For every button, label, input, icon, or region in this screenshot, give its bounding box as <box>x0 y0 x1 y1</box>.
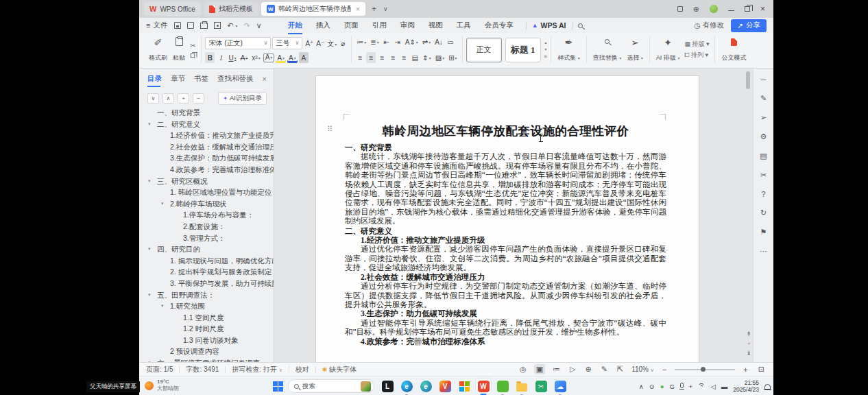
start-button[interactable] <box>273 381 283 392</box>
toc-item[interactable]: ▾1.研究范围 <box>139 300 274 312</box>
format-painter-button[interactable]: ✐ 格式刷 <box>146 35 170 64</box>
avatar[interactable] <box>710 5 718 13</box>
official-mode-button[interactable]: 公文模式 <box>719 35 749 64</box>
tray-folder-icon[interactable]: ▬ <box>721 383 728 390</box>
toc-collapse-arrow-icon[interactable]: ▾ <box>148 289 151 301</box>
tray-crosshair-icon[interactable]: + <box>689 383 693 390</box>
doc-heading[interactable]: 一、研究背景 <box>345 143 666 152</box>
image-tools-icon[interactable]: ▤ <box>760 152 767 160</box>
app-tab[interactable]: WWPS Office <box>144 2 201 16</box>
toc-item[interactable]: 1. 揭示现状与问题，明确优化方向 <box>139 255 274 267</box>
taskbar-clock[interactable]: 21:55 2025/4/23 <box>733 379 759 393</box>
style-gallery-more[interactable]: ≡ <box>544 53 548 60</box>
toc-item[interactable]: 1.停车场分布与容量： <box>139 209 274 221</box>
menu-tab-工具[interactable]: 工具 <box>450 19 478 32</box>
strikethrough-icon[interactable]: A▾ <box>239 52 250 63</box>
tray-green-icon[interactable]: ● <box>660 383 664 390</box>
select-button[interactable]: ➢ 选择 ▾ <box>624 35 646 64</box>
text-effects-icon[interactable]: 文▾ <box>326 38 338 49</box>
pen-icon[interactable]: ✎ <box>760 94 767 103</box>
tray-volume-icon[interactable]: ◁ <box>710 383 715 390</box>
toc-collapse-arrow-icon[interactable]: ▾ <box>148 119 151 130</box>
asian-layout-icon[interactable]: ⇌▾ <box>421 36 432 47</box>
previous-page-button[interactable]: ↟ <box>746 331 751 337</box>
toc-collapse-arrow-icon[interactable]: ▾ <box>148 357 151 362</box>
page-view-icon[interactable]: ▣ <box>534 364 545 374</box>
page-indicator[interactable]: 页面: 1/5 <box>146 365 173 374</box>
doc-heading[interactable]: 3.生态保护：助力低碳可持续发展 <box>345 309 666 318</box>
style-normal[interactable]: 正文 <box>466 38 502 62</box>
bullets-icon[interactable]: ≔▾ <box>355 36 367 47</box>
share-button[interactable]: ↗ 分享 <box>731 19 767 32</box>
menu-tab-引用[interactable]: 引用 <box>365 19 394 32</box>
modified-status[interactable]: ◷ 有修改 <box>695 21 725 30</box>
doc-paragraph[interactable]: 通过分析停车行为时空规律，为交警部门制定动态交通管制方案（如潮汐车道、临时停车区… <box>345 282 666 309</box>
doc-paragraph[interactable]: 通过优化停车资源配置，减少游客因停车问题产生的负面体验，直接提升景区口碑和复游率… <box>345 245 666 272</box>
zoom-level[interactable]: 110% ∨ <box>631 366 654 373</box>
char-border-icon[interactable]: A▾ <box>263 53 275 62</box>
spell-check[interactable]: 拼写检查: 打开 ∨ <box>232 365 282 374</box>
collapse-handle-icon[interactable]: ─ <box>761 75 767 84</box>
document-title[interactable]: 韩岭周边地区车辆停放配套设施的合理性评价 <box>383 124 629 138</box>
web-view-icon[interactable]: ⊕ <box>583 364 594 374</box>
close-button[interactable]: × <box>760 4 765 14</box>
app-icon-l[interactable]: L <box>379 378 396 394</box>
decrease-indent-icon[interactable]: ⇤ <box>382 36 391 47</box>
ai-recognize-toc-button[interactable]: ✦AI识别目录 <box>218 92 267 105</box>
bookmark-icon[interactable]: ⚑ <box>760 228 767 237</box>
toc-tab-章节[interactable]: 章节 <box>171 74 185 84</box>
toc-item[interactable]: ▾二、研究意义 <box>139 119 274 130</box>
doc-heading[interactable]: 1.经济价值：推动文旅产业提质升级 <box>345 236 666 245</box>
print-icon[interactable] <box>200 23 208 29</box>
layout-button[interactable]: ▦ 排版 ▾ <box>684 40 709 49</box>
dropdown-caret[interactable]: ▾ <box>235 23 237 28</box>
app-icon-screenshot[interactable]: ✂ <box>533 378 549 394</box>
toc-collapse-arrow-icon[interactable]: ▾ <box>161 198 164 210</box>
distribute-icon[interactable]: ≡ <box>399 52 409 63</box>
toc-item[interactable]: 2.配套设施： <box>139 221 274 232</box>
toc-item[interactable]: ▾三、研究区概况 <box>139 176 274 187</box>
toc-tab-书签[interactable]: 书签 <box>194 74 208 84</box>
document-page[interactable]: ⠿ 韩岭周边地区车辆停放配套设施的合理性评价 一、研究背景据统计，东钱湖年接待游… <box>315 75 699 362</box>
workspace-icon[interactable] <box>677 6 683 12</box>
doc-heading[interactable]: 二、研究意义 <box>345 227 666 236</box>
ruler-icon[interactable]: ▭ <box>446 36 455 47</box>
app-tab[interactable]: W韩岭周边地区车辆停放配套设施× <box>261 2 365 16</box>
shading-icon[interactable]: ▨▾ <box>434 52 446 63</box>
search-icon[interactable] <box>578 23 583 28</box>
redo-icon[interactable]: ↷ <box>243 21 250 30</box>
doc-paragraph[interactable]: 通过智能停车引导系统缩短车辆绕行距离，降低尾气排放，契合宁波市“碳达峰、碳中和”… <box>345 319 666 337</box>
tab-list-button[interactable]: ∨ <box>380 5 391 12</box>
fullscreen-icon[interactable]: ⊡ <box>756 364 767 374</box>
toc-item[interactable]: 1. 韩岭区域地理位置与功能定位 <box>139 187 274 198</box>
toc-item[interactable]: 1.1 空间尺度 <box>139 312 274 324</box>
toc-item[interactable]: 一、研究背景 <box>139 107 274 119</box>
numbering-icon[interactable]: ≣▾ <box>369 36 380 47</box>
file-menu[interactable]: ≡ 文件 <box>146 21 167 30</box>
style-heading1[interactable]: 标题 1 <box>505 38 541 62</box>
vertical-scrollbar[interactable] <box>746 71 750 89</box>
ink-edit-icon[interactable]: ✎ <box>599 364 610 374</box>
superscript-icon[interactable]: x²▾ <box>250 52 261 63</box>
minimize-button[interactable] <box>728 10 734 12</box>
app-icon-edge-beta[interactable]: e <box>418 378 434 394</box>
toc-tab-目录[interactable]: 目录 <box>147 74 162 84</box>
wps-ai-button[interactable]: ▲ WPS AI <box>532 21 566 29</box>
zoom-in-button[interactable]: + <box>178 93 189 104</box>
app-tab[interactable]: 找稻壳模板 <box>204 2 258 16</box>
restore-button[interactable] <box>745 6 750 12</box>
app-icon-cloud-docs[interactable]: ☁ <box>552 378 568 394</box>
paragraph-layout-icon[interactable]: ▤ <box>410 52 420 63</box>
toc-item[interactable]: 1.3 问卷访谈对象 <box>139 335 274 346</box>
cut-icon[interactable]: ✂ <box>190 42 195 49</box>
missing-font-button[interactable]: 缺失字体 <box>329 365 357 374</box>
toc-item[interactable]: ▾2.韩岭停车场现状 <box>139 198 274 210</box>
toc-item[interactable]: 1.经济价值：推动文旅产业提质升级 <box>139 130 274 141</box>
expand-all-button[interactable]: ∧ <box>162 93 174 104</box>
font-increase-icon[interactable]: A⁺ <box>304 38 315 49</box>
toc-item[interactable]: ▾五、田野调查法： <box>139 289 274 301</box>
toc-collapse-arrow-icon[interactable]: ▾ <box>161 300 164 312</box>
align-center-icon[interactable]: ≡ <box>366 52 376 63</box>
zoom-slider[interactable] <box>675 369 735 370</box>
style-gallery-down[interactable]: ▾ <box>544 47 546 51</box>
